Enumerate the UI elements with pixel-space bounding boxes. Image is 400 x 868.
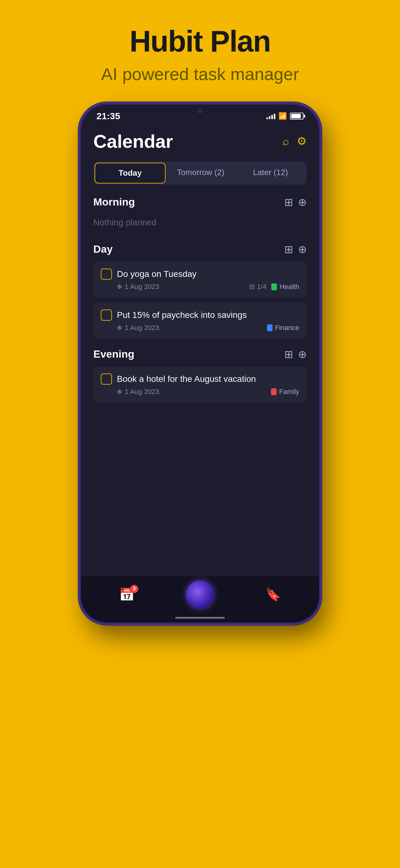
morning-section: Morning ⊞ ⊕ Nothing planned [93, 196, 307, 234]
task-hotel-tag: Family [271, 388, 299, 396]
home-indicator [175, 617, 225, 619]
day-section: Day ⊞ ⊕ Do yoga on Tuesday ✻ [93, 243, 307, 339]
nav-bookmark[interactable]: 🔖 [265, 587, 281, 602]
phone-frame: 21:35 📶 Calendar ⌕ [79, 103, 321, 624]
task-savings[interactable]: Put 15% of paycheck into savings ✻ 1 Aug… [93, 303, 307, 339]
bookmark-icon: 🔖 [265, 587, 281, 602]
task-hotel-top: Book a hotel for the August vacation [101, 373, 299, 385]
gear-icon[interactable]: ⚙ [297, 135, 307, 148]
evening-actions: ⊞ ⊕ [284, 348, 307, 361]
tab-later[interactable]: Later (12) [236, 163, 305, 183]
day-actions: ⊞ ⊕ [284, 243, 307, 255]
task-hotel-meta: ✻ 1 Aug 2023 Family [101, 388, 299, 396]
family-tag-dot [271, 389, 276, 395]
phone-screen: 21:35 📶 Calendar ⌕ [81, 104, 319, 622]
evening-section: Evening ⊞ ⊕ Book a hotel for the August … [93, 348, 307, 403]
health-tag-dot [271, 283, 277, 290]
evening-section-header: Evening ⊞ ⊕ [93, 348, 307, 361]
bottom-nav: 3 📅 🔖 [81, 576, 319, 622]
sun-icon-2: ✻ [117, 324, 122, 332]
app-header: Calendar ⌕ ⚙ [93, 131, 307, 152]
signal-icon [266, 113, 275, 119]
battery-icon [290, 113, 304, 120]
task-yoga-date: ✻ 1 Aug 2023 [117, 283, 159, 291]
task-yoga-checkbox[interactable] [101, 269, 112, 280]
task-yoga-tag: Health [271, 283, 299, 291]
list-icon: ⊟ [249, 283, 255, 291]
day-section-header: Day ⊞ ⊕ [93, 243, 307, 255]
dice-day-icon[interactable]: ⊞ [284, 243, 293, 255]
header-icons: ⌕ ⚙ [282, 135, 307, 148]
app-title: Hubit Plan [101, 25, 299, 58]
task-hotel-date: ✻ 1 Aug 2023 [117, 388, 159, 396]
task-savings-name: Put 15% of paycheck into savings [117, 310, 299, 320]
dice-evening-icon[interactable]: ⊞ [284, 348, 293, 361]
task-savings-meta: ✻ 1 Aug 2023 Finance [101, 324, 299, 332]
dice-icon[interactable]: ⊞ [284, 196, 293, 208]
task-hotel-checkbox[interactable] [101, 373, 112, 385]
task-savings-date: ✻ 1 Aug 2023 [117, 324, 159, 332]
task-yoga-top: Do yoga on Tuesday [101, 269, 299, 280]
task-yoga-right: ⊟ 1/4 Health [249, 283, 299, 291]
add-morning-icon[interactable]: ⊕ [298, 196, 307, 208]
task-savings-top: Put 15% of paycheck into savings [101, 310, 299, 321]
status-icons: 📶 [266, 112, 304, 120]
power-button [79, 167, 80, 191]
task-yoga-progress: ⊟ 1/4 [249, 283, 267, 291]
front-camera [198, 108, 202, 113]
task-savings-checkbox[interactable] [101, 310, 112, 321]
evening-title: Evening [93, 348, 134, 360]
volume-down-button [79, 244, 80, 285]
task-yoga-meta: ✻ 1 Aug 2023 ⊟ 1/4 Health [101, 283, 299, 291]
add-day-icon[interactable]: ⊕ [298, 243, 307, 255]
task-yoga[interactable]: Do yoga on Tuesday ✻ 1 Aug 2023 ⊟ 1/4 [93, 262, 307, 298]
morning-actions: ⊞ ⊕ [284, 196, 307, 208]
task-savings-right: Finance [267, 324, 299, 332]
app-subtitle: AI powered task manager [101, 64, 299, 84]
task-yoga-name: Do yoga on Tuesday [117, 269, 299, 279]
tab-today[interactable]: Today [95, 163, 166, 183]
wifi-icon: 📶 [278, 112, 287, 120]
page-header: Hubit Plan AI powered task manager [101, 25, 299, 84]
notch [169, 104, 231, 117]
add-evening-icon[interactable]: ⊕ [298, 348, 307, 361]
task-hotel-right: Family [271, 388, 299, 396]
finance-tag-dot [267, 324, 272, 331]
sun-icon-3: ✻ [117, 388, 122, 396]
morning-section-header: Morning ⊞ ⊕ [93, 196, 307, 208]
morning-nothing-planned: Nothing planned [93, 215, 307, 234]
left-side-buttons [79, 167, 80, 285]
task-hotel-name: Book a hotel for the August vacation [117, 374, 299, 384]
sun-icon: ✻ [117, 283, 122, 290]
morning-title: Morning [93, 196, 135, 208]
search-icon[interactable]: ⌕ [282, 135, 289, 148]
nav-calendar[interactable]: 3 📅 [119, 587, 135, 602]
volume-up-button [79, 198, 80, 238]
calendar-title: Calendar [93, 131, 173, 152]
task-hotel[interactable]: Book a hotel for the August vacation ✻ 1… [93, 367, 307, 403]
task-savings-tag: Finance [267, 324, 299, 332]
tab-tomorrow[interactable]: Tomorrow (2) [166, 163, 235, 183]
calendar-badge: 3 [130, 585, 138, 593]
tab-bar: Today Tomorrow (2) Later (12) [93, 161, 307, 185]
status-time: 21:35 [96, 111, 120, 121]
app-content: Calendar ⌕ ⚙ Today Tomorrow (2) Later (1… [81, 124, 319, 585]
ai-assistant-button[interactable] [186, 581, 214, 609]
day-title: Day [93, 243, 112, 255]
